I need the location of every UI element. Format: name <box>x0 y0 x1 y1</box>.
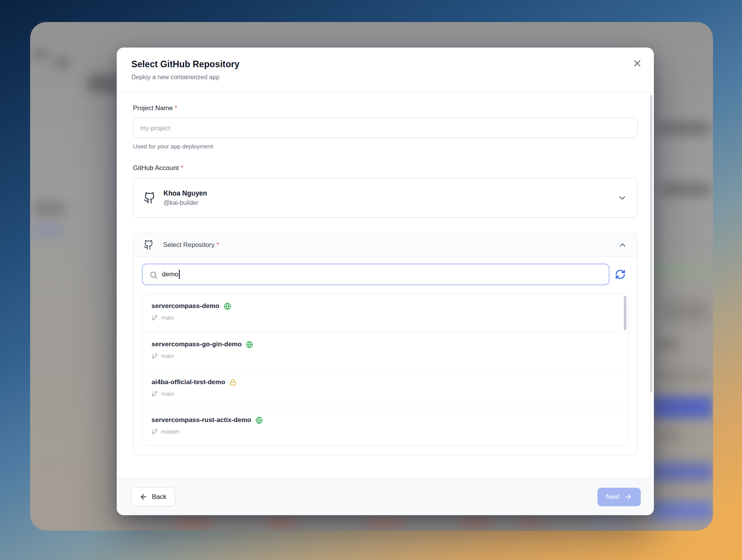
account-handle: @kai-builder <box>163 199 617 206</box>
blur-blob <box>30 223 64 238</box>
modal-header: Select GitHub Repository Deploy a new co… <box>117 48 654 93</box>
repository-section: Select Repository* <box>133 233 638 455</box>
blur-blob <box>652 500 713 521</box>
blur-blob <box>88 74 118 93</box>
blur-blob <box>267 516 296 528</box>
account-name: Khoa Nguyen <box>163 189 617 197</box>
next-button-label: Next <box>606 493 619 501</box>
git-branch-icon <box>151 391 158 397</box>
repository-search-input[interactable]: demo <box>142 264 609 285</box>
github-account-select[interactable]: Khoa Nguyen @kai-builder <box>133 178 638 218</box>
repository-name: ai4ba-official-test-demo <box>151 378 225 386</box>
github-icon <box>143 192 156 204</box>
repository-section-header[interactable]: Select Repository* <box>133 233 637 257</box>
back-button[interactable]: Back <box>131 487 175 506</box>
repository-name: servercompass-go-gin-demo <box>151 340 242 348</box>
git-branch-icon <box>151 353 158 359</box>
repository-row[interactable]: servercompass-go-gin-demo <box>142 332 628 370</box>
modal-body: Project Name* Used for your app deployme… <box>117 93 654 478</box>
repository-search-row: demo <box>133 257 637 285</box>
project-name-helper: Used for your app deployment <box>133 143 638 150</box>
lock-icon <box>230 379 237 386</box>
repository-list: servercompass-demo <box>142 294 629 446</box>
github-icon <box>143 240 154 250</box>
blur-blob <box>367 516 403 528</box>
blur-blob <box>53 58 70 68</box>
back-button-label: Back <box>152 493 167 501</box>
chevron-up-icon <box>618 240 627 250</box>
required-asterisk: * <box>175 104 177 112</box>
close-button[interactable] <box>630 56 645 71</box>
blur-blob <box>33 201 66 217</box>
globe-icon <box>246 341 253 348</box>
repository-label: Select Repository* <box>163 241 219 249</box>
blur-blob <box>656 431 680 438</box>
blur-blob <box>176 516 212 528</box>
repository-branch: main <box>161 314 174 321</box>
select-repo-modal: Select GitHub Repository Deploy a new co… <box>117 48 654 515</box>
blur-blob <box>656 340 679 348</box>
blur-blob <box>518 517 543 528</box>
blur-blob <box>652 265 713 278</box>
list-scrollbar-thumb[interactable] <box>624 296 626 330</box>
chevron-down-icon <box>617 193 627 203</box>
blur-blob <box>460 516 492 528</box>
next-button[interactable]: Next <box>597 488 641 506</box>
arrow-left-icon <box>140 493 148 501</box>
modal-footer: Back Next <box>117 478 654 515</box>
project-name-label: Project Name* <box>133 104 638 112</box>
blur-blob <box>655 371 710 381</box>
close-icon <box>633 59 642 68</box>
repository-branch: master <box>161 428 179 435</box>
modal-title: Select GitHub Repository <box>131 59 639 70</box>
repository-row[interactable]: ai4ba-official-test-demo <box>142 370 628 408</box>
refresh-icon <box>615 269 626 280</box>
account-info: Khoa Nguyen @kai-builder <box>163 189 617 206</box>
blur-blob <box>660 182 711 196</box>
git-branch-icon <box>151 429 158 435</box>
blur-blob <box>652 396 713 419</box>
repository-name: servercompass-rust-actix-demo <box>151 416 251 424</box>
refresh-button[interactable] <box>612 266 629 283</box>
repository-branch: main <box>161 352 174 359</box>
required-asterisk: * <box>216 241 219 249</box>
desktop-background: Select GitHub Repository Deploy a new co… <box>0 0 742 560</box>
repository-name: servercompass-demo <box>151 302 220 310</box>
arrow-right-icon <box>624 493 632 501</box>
blur-blob <box>587 514 630 531</box>
blur-blob <box>662 300 709 323</box>
repository-row[interactable]: servercompass-demo <box>142 294 628 332</box>
globe-icon <box>224 303 231 310</box>
git-branch-icon <box>151 315 158 321</box>
github-account-label: GitHub Account* <box>133 164 638 172</box>
search-icon <box>149 271 158 279</box>
globe-icon <box>255 417 263 424</box>
required-asterisk: * <box>180 164 183 172</box>
modal-scrollbar-thumb[interactable] <box>650 95 652 392</box>
text-caret <box>179 270 180 279</box>
repository-row[interactable]: servercompass-rust-actix-demo <box>142 408 628 446</box>
blur-blob <box>33 49 47 58</box>
repository-branch: main <box>161 390 174 397</box>
modal-subtitle: Deploy a new containerized app <box>131 74 639 81</box>
github-account-field: GitHub Account* Khoa Nguyen @kai-builder <box>133 164 638 218</box>
blur-blob <box>657 122 710 135</box>
project-name-field: Project Name* Used for your app deployme… <box>133 104 638 150</box>
search-value: demo <box>162 271 179 278</box>
project-name-input[interactable] <box>133 118 638 138</box>
blur-blob <box>652 463 713 481</box>
